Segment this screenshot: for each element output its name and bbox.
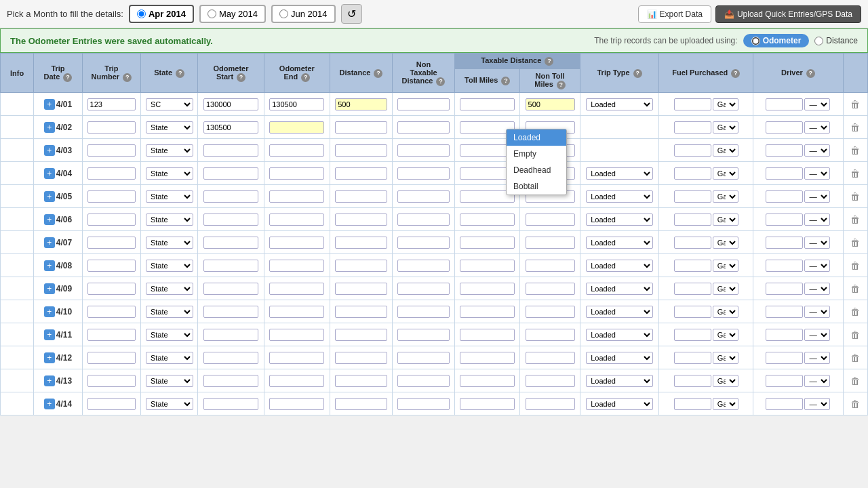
driver-input[interactable]	[766, 352, 803, 364]
odometer-end-cell[interactable]	[264, 116, 330, 139]
trip-type-cell[interactable]: LoadedEmptyDeadheadBobtail	[580, 300, 659, 323]
driver-cell[interactable]: ——	[753, 254, 843, 277]
non-toll-miles-cell[interactable]	[520, 231, 580, 254]
distance-cell[interactable]	[330, 392, 393, 415]
delete-row-button[interactable]: 🗑	[850, 191, 860, 202]
toll-miles-input[interactable]	[460, 98, 515, 110]
fuel-purchased-cell[interactable]: Gal	[659, 116, 753, 139]
toll-miles-cell[interactable]	[455, 369, 520, 392]
distance-input[interactable]	[335, 190, 387, 203]
odometer-end-input[interactable]	[269, 144, 324, 157]
odometer-end-cell[interactable]	[264, 369, 330, 392]
odometer-end-input[interactable]	[269, 398, 324, 410]
delete-cell[interactable]: 🗑	[843, 254, 867, 277]
odometer-start-cell[interactable]	[198, 208, 264, 231]
trip-type-select[interactable]: LoadedEmptyDeadheadBobtail	[586, 329, 653, 341]
non-toll-miles-cell[interactable]	[520, 323, 580, 346]
odometer-end-input[interactable]	[269, 260, 324, 272]
trip-number-cell[interactable]	[82, 369, 140, 392]
trip-type-cell[interactable]: LoadedEmptyDeadheadBobtail	[580, 392, 659, 415]
delete-cell[interactable]: 🗑	[843, 162, 867, 185]
driver-select[interactable]: ——	[804, 121, 830, 134]
add-row-button[interactable]: +	[44, 306, 55, 317]
non-taxable-cell[interactable]	[393, 162, 455, 185]
delete-cell[interactable]: 🗑	[843, 116, 867, 139]
driver-input[interactable]	[766, 167, 803, 180]
driver-help-icon[interactable]: ?	[806, 69, 815, 78]
odometer-end-input[interactable]	[269, 329, 324, 341]
fuel-purchased-cell[interactable]: Gal	[659, 346, 753, 369]
fuel-unit-select[interactable]: Gal	[713, 375, 738, 387]
odometer-start-input[interactable]	[203, 214, 258, 226]
trip-type-select[interactable]: LoadedEmptyDeadheadBobtail	[586, 214, 653, 226]
delete-row-button[interactable]: 🗑	[850, 352, 860, 363]
delete-row-button[interactable]: 🗑	[850, 399, 860, 409]
odometer-start-cell[interactable]	[198, 323, 264, 346]
odometer-start-cell[interactable]	[198, 392, 264, 415]
delete-cell[interactable]: 🗑	[843, 231, 867, 254]
trip-type-select[interactable]: LoadedEmptyDeadheadBobtail	[586, 98, 653, 110]
driver-select[interactable]: ——	[804, 375, 830, 387]
toll-miles-cell[interactable]	[455, 231, 520, 254]
state-cell[interactable]: State	[141, 346, 198, 369]
odometer-start-input[interactable]	[203, 398, 258, 410]
non-taxable-input[interactable]	[397, 352, 450, 364]
export-data-button[interactable]: 📊 Export Data	[638, 5, 711, 23]
delete-cell[interactable]: 🗑	[843, 208, 867, 231]
distance-input[interactable]	[335, 329, 387, 341]
non-taxable-cell[interactable]	[393, 231, 455, 254]
toll-miles-cell[interactable]	[455, 346, 520, 369]
trip-number-input[interactable]	[87, 398, 136, 410]
state-cell[interactable]: State	[141, 162, 198, 185]
odometer-end-input[interactable]	[269, 190, 324, 203]
non-taxable-input[interactable]	[397, 98, 450, 110]
driver-input[interactable]	[766, 283, 803, 295]
driver-cell[interactable]: ——	[753, 277, 843, 300]
odometer-start-cell[interactable]	[198, 300, 264, 323]
trip-number-cell[interactable]	[82, 93, 140, 116]
odometer-end-cell[interactable]	[264, 254, 330, 277]
odometer-end-input[interactable]	[269, 98, 324, 110]
trip-number-input[interactable]	[87, 190, 136, 203]
trip-number-input[interactable]	[87, 329, 136, 341]
non-taxable-cell[interactable]	[393, 116, 455, 139]
state-select[interactable]: State	[146, 237, 193, 249]
non-taxable-input[interactable]	[397, 329, 450, 341]
trip-type-cell[interactable]: LoadedEmptyDeadheadBobtail	[580, 254, 659, 277]
state-cell[interactable]: State	[141, 139, 198, 162]
delete-row-button[interactable]: 🗑	[850, 214, 860, 225]
driver-cell[interactable]: ——	[753, 116, 843, 139]
distance-cell[interactable]	[330, 323, 393, 346]
fuel-input[interactable]	[674, 121, 711, 134]
trip-date-help-icon[interactable]: ?	[63, 73, 72, 82]
distance-input[interactable]	[335, 121, 387, 134]
odometer-end-input[interactable]	[269, 375, 324, 387]
non-toll-miles-cell[interactable]	[520, 369, 580, 392]
non-taxable-cell[interactable]	[393, 185, 455, 208]
odometer-end-input[interactable]	[269, 306, 324, 318]
state-cell[interactable]: State	[141, 323, 198, 346]
non-taxable-input[interactable]	[397, 237, 450, 249]
non-toll-miles-cell[interactable]	[520, 346, 580, 369]
distance-input[interactable]	[335, 352, 387, 364]
odometer-end-cell[interactable]	[264, 300, 330, 323]
trip-number-input[interactable]	[87, 283, 136, 295]
non-toll-input[interactable]	[526, 98, 575, 110]
non-taxable-input[interactable]	[397, 260, 450, 272]
state-cell[interactable]: State	[141, 185, 198, 208]
add-row-button[interactable]: +	[44, 283, 55, 294]
trip-number-input[interactable]	[87, 352, 136, 364]
fuel-unit-select[interactable]: Gal	[713, 283, 738, 295]
delete-row-button[interactable]: 🗑	[850, 375, 860, 386]
odometer-start-input[interactable]	[203, 306, 258, 318]
non-taxable-cell[interactable]	[393, 392, 455, 415]
driver-cell[interactable]: ——	[753, 369, 843, 392]
toll-miles-cell[interactable]	[455, 254, 520, 277]
odometer-end-input[interactable]	[269, 237, 324, 249]
driver-select[interactable]: ——	[804, 398, 830, 410]
distance-cell[interactable]	[330, 162, 393, 185]
odometer-start-cell[interactable]	[198, 277, 264, 300]
non-toll-miles-cell[interactable]	[520, 93, 580, 116]
driver-select[interactable]: ——	[804, 329, 830, 341]
odometer-end-cell[interactable]	[264, 392, 330, 415]
